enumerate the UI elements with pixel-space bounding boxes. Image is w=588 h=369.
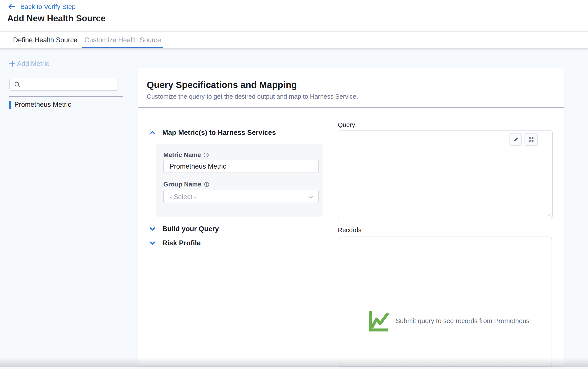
maximize-icon [528,137,534,142]
back-link-label: Back to Verify Step [20,3,75,10]
page-header: Back to Verify Step Add New Health Sourc… [0,0,588,31]
group-name-placeholder: - Select - [169,193,197,201]
footer-bar [0,367,588,369]
page-title: Add New Health Source [7,13,105,23]
metric-search-box [9,78,118,91]
content-card: Query Specifications and Mapping Customi… [138,68,565,367]
search-icon [14,81,21,89]
records-empty-message: Submit query to see records from Prometh… [396,317,530,325]
tab-bar: Define Health Source Customize Health So… [0,31,588,48]
chevron-down-icon [149,240,156,246]
section-build-query-header[interactable]: Build your Query [149,225,219,233]
records-empty-state: Submit query to see records from Prometh… [368,309,530,332]
edit-query-button[interactable] [509,133,522,146]
group-name-select[interactable]: - Select - [163,190,319,203]
section-risk-profile-label: Risk Profile [162,239,201,247]
chevron-down-icon [308,194,313,200]
chevron-down-icon [149,226,156,232]
sidebar-divider [9,96,123,97]
chevron-up-icon [149,130,156,136]
card-title: Query Specifications and Mapping [147,80,297,90]
tab-customize-health-source[interactable]: Customize Health Source [84,32,161,49]
back-link[interactable]: Back to Verify Step [8,3,75,10]
metric-name-label: Metric Name [163,151,209,159]
section-map-metrics-header[interactable]: Map Metric(s) to Harness Services [149,129,276,137]
info-icon [203,152,209,158]
add-metric-label: Add Metric [17,60,49,68]
card-subtitle: Customize the query to get the desired o… [147,93,358,100]
plus-icon [9,60,16,67]
section-build-query-label: Build your Query [162,225,219,233]
section-map-metrics-label: Map Metric(s) to Harness Services [162,129,276,137]
records-label: Records [338,227,361,234]
footer-scroll-shadow [0,358,588,367]
card-header-divider [138,107,564,108]
resize-handle[interactable] [546,211,551,217]
section-risk-profile-header[interactable]: Risk Profile [149,239,201,247]
group-name-label: Group Name [163,181,209,188]
pencil-icon [513,137,519,142]
info-icon [204,182,209,187]
metric-list-item[interactable]: Prometheus Metric [9,100,123,109]
active-tab-underline [82,47,163,48]
selected-indicator [9,101,11,109]
metric-list-item-label: Prometheus Metric [14,101,71,109]
back-arrow-icon [8,3,15,10]
add-metric-button[interactable]: Add Metric [9,60,49,68]
query-label: Query [338,121,355,129]
chart-line-icon [368,309,389,332]
query-textarea[interactable] [338,130,553,218]
metric-name-input[interactable] [163,160,319,173]
tab-define-health-source[interactable]: Define Health Source [13,32,77,49]
metric-search-input[interactable] [23,79,115,90]
expand-query-button[interactable] [525,133,538,146]
content-background: Add Metric Prometheus Metric Query Speci… [0,48,588,369]
records-panel: Submit query to see records from Prometh… [339,237,552,367]
